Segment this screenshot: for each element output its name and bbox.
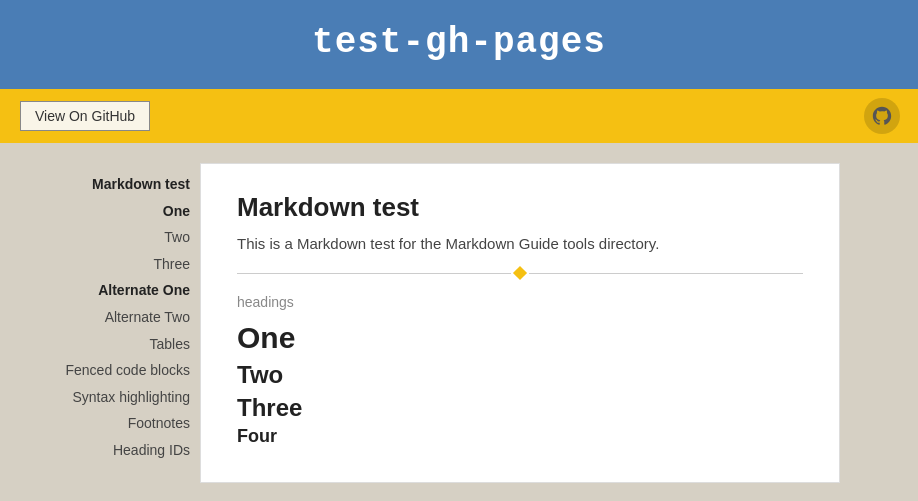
content-area: Markdown test This is a Markdown test fo…: [200, 163, 840, 483]
sidebar-item-alternate-two[interactable]: Alternate Two: [20, 304, 190, 331]
heading-two: Two: [237, 359, 803, 390]
nav-bar: View On GitHub: [0, 89, 918, 143]
divider-line-left: [237, 273, 511, 274]
main-layout: Markdown test One Two Three Alternate On…: [0, 143, 918, 483]
sidebar-item-fenced-code-blocks[interactable]: Fenced code blocks: [20, 357, 190, 384]
divider-diamond: [513, 266, 527, 280]
sidebar-item-markdown-test[interactable]: Markdown test: [20, 171, 190, 198]
heading-four: Four: [237, 425, 803, 448]
divider-line-right: [529, 273, 803, 274]
content-description: This is a Markdown test for the Markdown…: [237, 235, 803, 252]
divider: [237, 268, 803, 278]
sidebar-item-footnotes[interactable]: Footnotes: [20, 410, 190, 437]
sidebar-item-alternate-one[interactable]: Alternate One: [20, 277, 190, 304]
heading-one: One: [237, 318, 803, 357]
sidebar-item-three[interactable]: Three: [20, 251, 190, 278]
sidebar-item-one[interactable]: One: [20, 198, 190, 225]
sidebar-item-syntax-highlighting[interactable]: Syntax highlighting: [20, 384, 190, 411]
heading-three: Three: [237, 392, 803, 423]
github-icon: [864, 98, 900, 134]
sidebar: Markdown test One Two Three Alternate On…: [20, 163, 200, 483]
sidebar-item-two[interactable]: Two: [20, 224, 190, 251]
content-title: Markdown test: [237, 192, 803, 223]
site-title: test-gh-pages: [0, 22, 918, 63]
view-on-github-button[interactable]: View On GitHub: [20, 101, 150, 131]
section-label: headings: [237, 294, 803, 310]
site-header: test-gh-pages: [0, 0, 918, 89]
sidebar-item-tables[interactable]: Tables: [20, 331, 190, 358]
sidebar-item-heading-ids[interactable]: Heading IDs: [20, 437, 190, 464]
